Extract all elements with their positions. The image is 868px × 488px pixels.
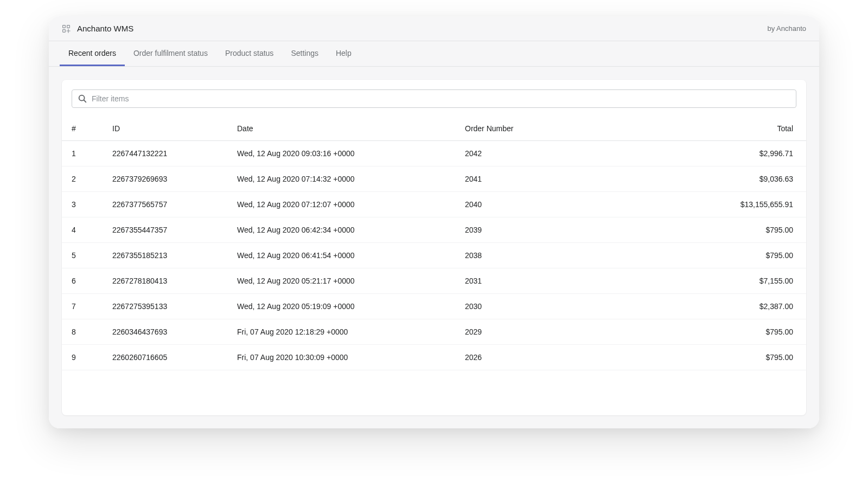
cell-date: Fri, 07 Aug 2020 10:30:09 +0000 <box>227 345 455 370</box>
cell-total: $9,036.63 <box>580 166 806 192</box>
tab-recent-orders[interactable]: Recent orders <box>60 41 125 66</box>
cell-total: $795.00 <box>580 217 806 243</box>
cell-date: Wed, 12 Aug 2020 06:41:54 +0000 <box>227 243 455 268</box>
cell-id: 2260346437693 <box>103 319 227 345</box>
cell-num: 4 <box>62 217 103 243</box>
table-row[interactable]: 72267275395133Wed, 12 Aug 2020 05:19:09 … <box>62 294 806 319</box>
col-header-id[interactable]: ID <box>103 117 227 141</box>
cell-id: 2267278180413 <box>103 268 227 294</box>
tab-settings[interactable]: Settings <box>282 41 327 66</box>
cell-order-number: 2031 <box>455 268 580 294</box>
tab-order-fulfilment-status[interactable]: Order fulfilment status <box>125 41 216 66</box>
cell-num: 1 <box>62 141 103 166</box>
filter-row <box>62 80 806 117</box>
svg-rect-1 <box>67 25 70 28</box>
app-header: Anchanto WMS by Anchanto <box>49 16 819 41</box>
cell-date: Wed, 12 Aug 2020 05:21:17 +0000 <box>227 268 455 294</box>
cell-date: Fri, 07 Aug 2020 12:18:29 +0000 <box>227 319 455 345</box>
cell-total: $795.00 <box>580 243 806 268</box>
cell-order-number: 2042 <box>455 141 580 166</box>
cell-id: 2267355185213 <box>103 243 227 268</box>
cell-num: 9 <box>62 345 103 370</box>
col-header-date[interactable]: Date <box>227 117 455 141</box>
cell-date: Wed, 12 Aug 2020 06:42:34 +0000 <box>227 217 455 243</box>
tab-help[interactable]: Help <box>327 41 360 66</box>
cell-total: $7,155.00 <box>580 268 806 294</box>
col-header-total[interactable]: Total <box>580 117 806 141</box>
cell-order-number: 2038 <box>455 243 580 268</box>
table-row[interactable]: 32267377565757Wed, 12 Aug 2020 07:12:07 … <box>62 192 806 217</box>
cell-id: 2267447132221 <box>103 141 227 166</box>
table-header: # ID Date Order Number Total <box>62 117 806 141</box>
col-header-order-number[interactable]: Order Number <box>455 117 580 141</box>
cell-date: Wed, 12 Aug 2020 05:19:09 +0000 <box>227 294 455 319</box>
cell-num: 7 <box>62 294 103 319</box>
orders-card: # ID Date Order Number Total 12267447132… <box>62 80 806 415</box>
table-row[interactable]: 92260260716605Fri, 07 Aug 2020 10:30:09 … <box>62 345 806 370</box>
cell-id: 2267355447357 <box>103 217 227 243</box>
table-row[interactable]: 52267355185213Wed, 12 Aug 2020 06:41:54 … <box>62 243 806 268</box>
cell-total: $13,155,655.91 <box>580 192 806 217</box>
table-row[interactable]: 12267447132221Wed, 12 Aug 2020 09:03:16 … <box>62 141 806 166</box>
cell-id: 2267275395133 <box>103 294 227 319</box>
orders-table: # ID Date Order Number Total 12267447132… <box>62 117 806 370</box>
cell-order-number: 2029 <box>455 319 580 345</box>
filter-input-wrap[interactable] <box>72 89 796 108</box>
cell-num: 8 <box>62 319 103 345</box>
cell-order-number: 2041 <box>455 166 580 192</box>
table-row[interactable]: 22267379269693Wed, 12 Aug 2020 07:14:32 … <box>62 166 806 192</box>
tab-product-status[interactable]: Product status <box>216 41 283 66</box>
svg-rect-0 <box>63 25 66 28</box>
svg-rect-2 <box>63 29 66 32</box>
cell-num: 3 <box>62 192 103 217</box>
cell-num: 6 <box>62 268 103 294</box>
svg-line-4 <box>84 100 86 102</box>
tab-bar: Recent orders Order fulfilment status Pr… <box>49 41 819 67</box>
cell-total: $2,387.00 <box>580 294 806 319</box>
table-row[interactable]: 62267278180413Wed, 12 Aug 2020 05:21:17 … <box>62 268 806 294</box>
cell-num: 5 <box>62 243 103 268</box>
app-frame: Anchanto WMS by Anchanto Recent orders O… <box>0 0 868 488</box>
cell-id: 2267377565757 <box>103 192 227 217</box>
cell-date: Wed, 12 Aug 2020 09:03:16 +0000 <box>227 141 455 166</box>
search-icon <box>78 94 87 104</box>
cell-total: $795.00 <box>580 345 806 370</box>
apps-grid-icon <box>62 24 71 33</box>
cell-total: $2,996.71 <box>580 141 806 166</box>
cell-order-number: 2040 <box>455 192 580 217</box>
filter-input[interactable] <box>92 94 790 103</box>
app-window: Anchanto WMS by Anchanto Recent orders O… <box>49 16 819 428</box>
cell-order-number: 2026 <box>455 345 580 370</box>
content-area: # ID Date Order Number Total 12267447132… <box>49 67 819 428</box>
cell-total: $795.00 <box>580 319 806 345</box>
cell-num: 2 <box>62 166 103 192</box>
table-row[interactable]: 42267355447357Wed, 12 Aug 2020 06:42:34 … <box>62 217 806 243</box>
cell-order-number: 2039 <box>455 217 580 243</box>
cell-date: Wed, 12 Aug 2020 07:14:32 +0000 <box>227 166 455 192</box>
cell-id: 2267379269693 <box>103 166 227 192</box>
cell-date: Wed, 12 Aug 2020 07:12:07 +0000 <box>227 192 455 217</box>
table-row[interactable]: 82260346437693Fri, 07 Aug 2020 12:18:29 … <box>62 319 806 345</box>
col-header-num[interactable]: # <box>62 117 103 141</box>
cell-id: 2260260716605 <box>103 345 227 370</box>
header-left: Anchanto WMS <box>62 24 133 33</box>
table-body: 12267447132221Wed, 12 Aug 2020 09:03:16 … <box>62 141 806 370</box>
cell-order-number: 2030 <box>455 294 580 319</box>
app-title: Anchanto WMS <box>77 24 133 33</box>
orders-table-wrap[interactable]: # ID Date Order Number Total 12267447132… <box>62 117 806 415</box>
app-byline: by Anchanto <box>767 24 806 33</box>
